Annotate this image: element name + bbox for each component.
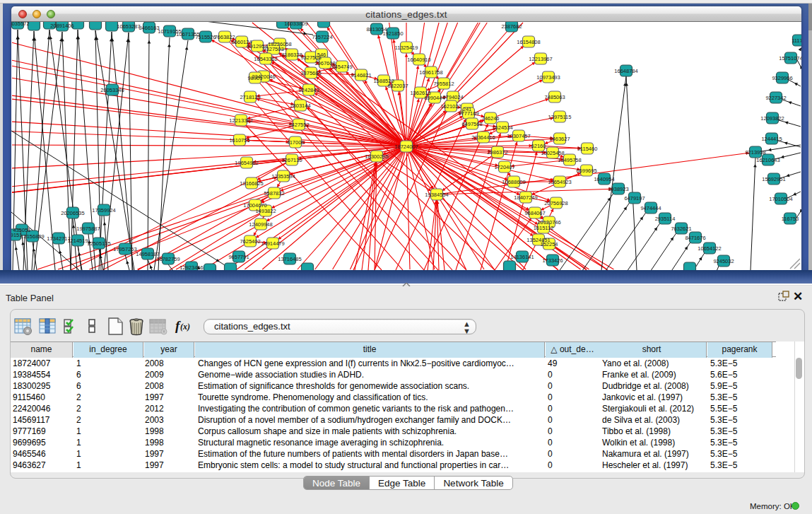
svg-text:15751074: 15751074: [779, 55, 801, 62]
svg-text:7485063: 7485063: [544, 94, 565, 100]
svg-text:8186328: 8186328: [281, 52, 302, 58]
svg-text:5587832: 5587832: [264, 190, 284, 197]
svg-text:11325419: 11325419: [395, 45, 418, 51]
svg-text:9242843: 9242843: [298, 87, 319, 93]
svg-text:10688609: 10688609: [502, 179, 525, 185]
svg-text:19654982: 19654982: [235, 160, 258, 166]
svg-text:12353594: 12353594: [271, 173, 295, 180]
svg-text:7357224: 7357224: [312, 34, 332, 40]
svg-text:2718129: 2718129: [240, 94, 260, 100]
svg-text:152254: 152254: [540, 241, 558, 247]
svg-text:7515526: 7515526: [195, 34, 216, 40]
svg-text:14035572: 14035572: [11, 22, 30, 27]
svg-text:1214519: 1214519: [67, 238, 88, 244]
svg-text:10653287: 10653287: [117, 23, 140, 30]
svg-text:2387682: 2387682: [501, 23, 522, 30]
svg-text:1720407: 1720407: [494, 164, 514, 170]
svg-text:9684067: 9684067: [524, 210, 545, 216]
svg-text:9115460: 9115460: [577, 146, 598, 152]
svg-text:6699695: 6699695: [576, 168, 596, 174]
svg-text:16640910: 16640910: [407, 57, 430, 63]
svg-text:16210643: 16210643: [756, 157, 779, 163]
svg-text:12213382: 12213382: [229, 117, 252, 124]
svg-text:10025458: 10025458: [541, 150, 564, 156]
svg-text:1733426: 1733426: [542, 257, 563, 264]
svg-text:7955812: 7955812: [433, 81, 454, 87]
svg-text:8990444: 8990444: [424, 95, 445, 101]
svg-text:1621022: 1621022: [440, 103, 461, 110]
svg-text:9777169: 9777169: [458, 110, 478, 117]
svg-text:11170: 11170: [792, 37, 801, 44]
svg-text:2986372: 2986372: [487, 149, 507, 156]
svg-text:417006: 417006: [286, 139, 304, 146]
svg-text:12213967: 12213967: [529, 56, 552, 62]
svg-text:9227342: 9227342: [765, 95, 786, 101]
svg-text:746246: 746246: [481, 115, 499, 122]
svg-text:20756928: 20756928: [544, 200, 567, 206]
svg-text:12093822: 12093822: [760, 115, 784, 122]
svg-text:2803144: 2803144: [290, 103, 310, 109]
svg-text:1921850: 1921850: [382, 30, 403, 37]
svg-text:20206535: 20206535: [61, 210, 84, 216]
svg-text:8454749: 8454749: [331, 64, 352, 70]
svg-text:16033809: 16033809: [284, 22, 307, 27]
svg-text:6479197: 6479197: [624, 195, 645, 201]
svg-text:8213958: 8213958: [745, 149, 765, 156]
svg-text:116753: 116753: [782, 216, 799, 222]
svg-text:7625402: 7625402: [240, 238, 260, 245]
svg-text:12409948: 12409948: [249, 221, 272, 228]
svg-text:16648784: 16648784: [614, 68, 637, 74]
svg-text:62160: 62160: [531, 143, 546, 149]
svg-text:9245032: 9245032: [713, 258, 734, 264]
svg-text:13975115: 13975115: [548, 114, 572, 120]
svg-text:9327503: 9327503: [263, 46, 283, 52]
svg-text:8466163: 8466163: [139, 25, 159, 31]
svg-text:8322037: 8322037: [387, 83, 408, 89]
svg-text:9657791: 9657791: [228, 254, 249, 260]
svg-text:19384554: 19384554: [425, 192, 448, 198]
svg-text:1610755: 1610755: [229, 137, 249, 144]
svg-text:9146821: 9146821: [351, 72, 371, 78]
svg-text:10973493: 10973493: [536, 74, 560, 81]
svg-text:1624534: 1624534: [492, 124, 512, 131]
svg-text:20891406: 20891406: [50, 23, 73, 29]
svg-text:15692951: 15692951: [762, 176, 785, 182]
svg-text:1493822: 1493822: [255, 208, 276, 214]
svg-text:12505135: 12505135: [87, 240, 110, 247]
svg-text:14136141: 14136141: [510, 254, 534, 260]
svg-text:3267130: 3267130: [281, 157, 302, 163]
svg-text:16154808: 16154808: [517, 39, 540, 45]
svg-text:2935114: 2935114: [655, 216, 676, 222]
svg-text:13654923: 13654923: [548, 179, 571, 185]
svg-text:6794024: 6794024: [442, 94, 463, 100]
svg-text:12923466: 12923466: [180, 264, 203, 271]
svg-text:3875685: 3875685: [300, 70, 321, 76]
svg-text:10307457: 10307457: [507, 133, 530, 139]
svg-text:10654122: 10654122: [698, 245, 721, 252]
svg-text:19975887: 19975887: [76, 226, 100, 232]
svg-text:1615112: 1615112: [534, 225, 554, 231]
svg-text:20364416: 20364416: [471, 134, 495, 141]
svg-text:16782759: 16782759: [156, 256, 180, 262]
svg-text:8938923: 8938923: [608, 186, 628, 192]
svg-text:18407249: 18407249: [514, 194, 537, 201]
svg-text:(x): (x): [180, 322, 190, 332]
svg-text:9474444: 9474444: [640, 205, 661, 211]
svg-text:12156829: 12156829: [20, 233, 44, 240]
svg-text:17359924: 17359924: [92, 207, 115, 214]
svg-text:18495758: 18495758: [558, 157, 581, 163]
svg-text:13716485: 13716485: [278, 256, 301, 262]
svg-text:1640954: 1640954: [594, 176, 614, 182]
svg-text:20053346: 20053346: [100, 87, 124, 93]
svg-text:18724007: 18724007: [394, 144, 418, 150]
svg-text:8471676: 8471676: [685, 235, 705, 241]
svg-text:6497568: 6497568: [461, 121, 482, 127]
svg-text:17957253: 17957253: [113, 246, 136, 252]
svg-text:9463627: 9463627: [549, 136, 570, 142]
svg-text:18300295: 18300295: [365, 153, 388, 160]
svg-text:98901: 98901: [248, 75, 263, 81]
svg-text:9329966: 9329966: [772, 75, 792, 81]
svg-text:16961758: 16961758: [419, 69, 442, 76]
svg-text:7632621: 7632621: [671, 226, 691, 232]
svg-text:546: 546: [317, 52, 326, 58]
